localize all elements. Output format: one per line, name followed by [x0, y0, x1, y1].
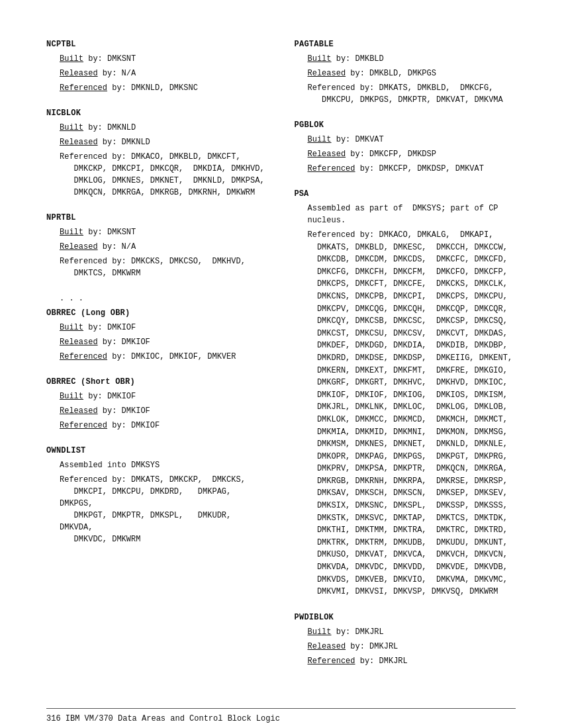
pagtable-built: Built by: DMKBLD: [308, 53, 516, 65]
owndlist-assembled: Assembled into DMKSYS: [60, 459, 268, 471]
pagtable-released: Released by: DMKBLD, DMKPGS: [308, 68, 516, 79]
ncptbl-built: Built by: DMKSNT: [60, 53, 268, 65]
nprtbl-referenced: Referenced by: DMKCKS, DMKCSO, DMKHVD, D…: [60, 255, 268, 279]
entry-title-obrrec-short: OBRREC (Short OBR): [46, 377, 268, 387]
pwdiblok-referenced: Referenced by: DMKJRL: [308, 655, 516, 667]
entry-psa: PSA Assembled as part of DMKSYS; part of…: [295, 189, 516, 598]
entry-title-owndlist: OWNDLIST: [46, 446, 268, 455]
nprtbl-built: Built by: DMKSNT: [60, 226, 268, 238]
obrrec-long-referenced: Referenced by: DMKIOC, DMKIOF, DMKVER: [60, 351, 268, 363]
page: NCPTBL Built by: DMKSNT Released by: N/A…: [0, 0, 562, 728]
entry-pwdiblok: PWDIBLOK Built by: DMKJRL Released by: D…: [295, 613, 516, 667]
entry-title-nprtbl: NPRTBL: [46, 213, 268, 222]
owndlist-referenced: Referenced by: DMKATS, DMKCKP, DMKCKS, D…: [60, 474, 268, 545]
nicblok-referenced: Referenced by: DMKACO, DMKBLD, DMKCFT, D…: [60, 151, 268, 199]
right-column: PAGTABLE Built by: DMKBLD Released by: D…: [295, 40, 516, 682]
nicblok-built: Built by: DMKNLD: [60, 122, 268, 134]
nprtbl-released: Released by: N/A: [60, 241, 268, 253]
entry-pagtable: PAGTABLE Built by: DMKBLD Released by: D…: [295, 40, 516, 106]
entry-title-pagtable: PAGTABLE: [295, 40, 516, 49]
obrrec-short-released: Released by: DMKIOF: [60, 405, 268, 417]
pwdiblok-released: Released by: DMKJRL: [308, 641, 516, 653]
obrrec-long-released: Released by: DMKIOF: [60, 336, 268, 348]
obrrec-long-built: Built by: DMKIOF: [60, 322, 268, 334]
pwdiblok-built: Built by: DMKJRL: [308, 626, 516, 638]
psa-referenced: Referenced by: DMKACO, DMKALG, DMKAPI, D…: [308, 229, 516, 598]
entry-title-pgblok: PGBLOK: [295, 120, 516, 130]
entry-title-pwdiblok: PWDIBLOK: [295, 613, 516, 622]
entry-title-obrrec-long: OBRREC (Long OBR): [46, 308, 268, 318]
entry-obrrec-long: OBRREC (Long OBR) Built by: DMKIOF Relea…: [46, 308, 268, 363]
entry-ncptbl: NCPTBL Built by: DMKSNT Released by: N/A…: [46, 40, 268, 94]
nicblok-released: Released by: DMKNLD: [60, 136, 268, 148]
entry-pgblok: PGBLOK Built by: DMKVAT Released by: DMK…: [295, 120, 516, 175]
obrrec-short-referenced: Referenced by: DMKIOF: [60, 420, 268, 432]
footer-text: 316 IBM VM/370 Data Areas and Control Bl…: [46, 714, 280, 723]
pagtable-referenced: Referenced by: DMKATS, DMKBLD, DMKCFG, D…: [308, 82, 516, 106]
ncptbl-released: Released by: N/A: [60, 68, 268, 79]
main-content: NCPTBL Built by: DMKSNT Released by: N/A…: [46, 40, 516, 682]
entry-nicblok: NICBLOK Built by: DMKNLD Released by: DM…: [46, 109, 268, 199]
entry-title-nicblok: NICBLOK: [46, 109, 268, 118]
ncptbl-referenced: Referenced by: DMKNLD, DMKSNC: [60, 82, 268, 94]
pgblok-referenced: Referenced by: DMKCFP, DMKDSP, DMKVAT: [308, 163, 516, 175]
entry-title-psa: PSA: [295, 189, 516, 199]
psa-assembled: Assembled as part of DMKSYS; part of CPn…: [308, 203, 516, 226]
entry-obrrec-short: OBRREC (Short OBR) Built by: DMKIOF Rele…: [46, 377, 268, 432]
entry-nprtbl: NPRTBL Built by: DMKSNT Released by: N/A…: [46, 213, 268, 279]
separator-dots: . . .: [60, 294, 268, 303]
left-column: NCPTBL Built by: DMKSNT Released by: N/A…: [46, 40, 268, 682]
obrrec-short-built: Built by: DMKIOF: [60, 390, 268, 402]
pgblok-built: Built by: DMKVAT: [308, 134, 516, 146]
footer: 316 IBM VM/370 Data Areas and Control Bl…: [46, 708, 516, 723]
pgblok-released: Released by: DMKCFP, DMKDSP: [308, 148, 516, 160]
entry-title-ncptbl: NCPTBL: [46, 40, 268, 49]
entry-owndlist: OWNDLIST Assembled into DMKSYS Reference…: [46, 446, 268, 545]
